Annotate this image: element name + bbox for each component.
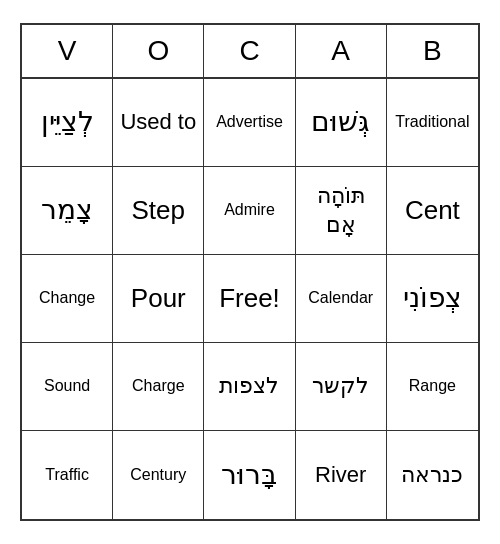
cell-r2-c3: Calendar [296, 255, 387, 343]
cell-r4-c3: River [296, 431, 387, 519]
bingo-card: VOCAB לְצַיֵּיןUsed toAdvertiseגְּשׁוּםT… [20, 23, 480, 521]
cell-r3-c1: Charge [113, 343, 204, 431]
cell-r4-c2: בָּרוּר [204, 431, 295, 519]
cell-r2-c0: Change [22, 255, 113, 343]
title-cell-c: C [204, 25, 295, 77]
cell-r0-c2: Advertise [204, 79, 295, 167]
bingo-title-row: VOCAB [22, 25, 478, 79]
cell-r4-c1: Century [113, 431, 204, 519]
cell-r3-c3: לקשר [296, 343, 387, 431]
cell-r2-c4: צְפוֹנִי [387, 255, 478, 343]
title-cell-v: V [22, 25, 113, 77]
cell-r1-c3: תּוֹהָה אָם [296, 167, 387, 255]
cell-r4-c4: כנראה [387, 431, 478, 519]
cell-r1-c1: Step [113, 167, 204, 255]
title-cell-a: A [296, 25, 387, 77]
cell-r0-c4: Traditional [387, 79, 478, 167]
cell-r4-c0: Traffic [22, 431, 113, 519]
cell-r3-c0: Sound [22, 343, 113, 431]
cell-r2-c2: Free! [204, 255, 295, 343]
cell-r3-c4: Range [387, 343, 478, 431]
bingo-grid: לְצַיֵּיןUsed toAdvertiseגְּשׁוּםTraditi… [22, 79, 478, 519]
cell-r3-c2: לצפות [204, 343, 295, 431]
title-cell-b: B [387, 25, 478, 77]
cell-r1-c4: Cent [387, 167, 478, 255]
cell-r0-c0: לְצַיֵּין [22, 79, 113, 167]
cell-r0-c3: גְּשׁוּם [296, 79, 387, 167]
cell-r2-c1: Pour [113, 255, 204, 343]
cell-r1-c0: צָמֵר [22, 167, 113, 255]
cell-r0-c1: Used to [113, 79, 204, 167]
title-cell-o: O [113, 25, 204, 77]
cell-r1-c2: Admire [204, 167, 295, 255]
